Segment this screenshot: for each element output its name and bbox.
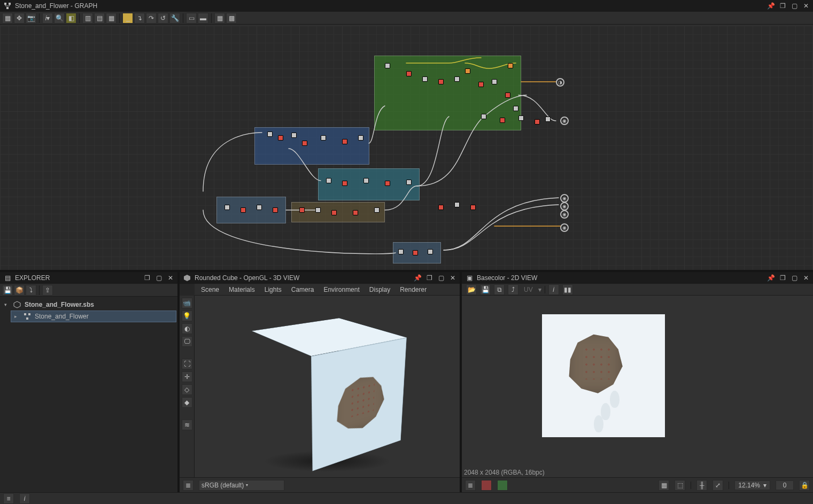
graph-output[interactable]: ◉ (560, 210, 569, 219)
dock-icon[interactable]: ❐ (143, 274, 151, 282)
graph-node[interactable] (267, 131, 273, 137)
grid-icon[interactable]: ▦ (659, 480, 669, 491)
tool-highlight-icon[interactable]: ◧ (66, 13, 76, 24)
graph-node[interactable] (545, 117, 551, 122)
menu-lights[interactable]: Lights (265, 286, 282, 293)
zoom-display[interactable]: 12.14%▾ (734, 480, 770, 490)
menu-renderer[interactable]: Renderer (400, 286, 427, 293)
graph-node[interactable] (331, 210, 337, 215)
channel-a-icon[interactable] (497, 480, 508, 491)
package-icon[interactable]: 📦 (14, 285, 25, 296)
axis-icon[interactable]: ✛ (182, 371, 192, 382)
copy-icon[interactable]: ⧉ (494, 284, 505, 295)
graph-node[interactable] (326, 178, 331, 183)
graph-node[interactable] (500, 118, 505, 123)
graph-node[interactable] (385, 181, 390, 186)
ruler-icon[interactable]: ╫ (696, 480, 707, 491)
graph-node[interactable] (454, 76, 460, 82)
graph-node[interactable] (413, 250, 418, 255)
graph-node[interactable] (385, 63, 390, 68)
tool-frame1-icon[interactable]: ▭ (186, 13, 197, 24)
pin-icon[interactable]: 📌 (767, 2, 775, 10)
histo-icon[interactable]: ▮▮ (562, 284, 573, 295)
graph-node[interactable] (428, 249, 433, 254)
light-icon[interactable]: 💡 (182, 311, 192, 321)
graph-node[interactable] (273, 207, 278, 213)
graph-node[interactable] (241, 207, 246, 213)
menu-camera[interactable]: Camera (291, 286, 314, 293)
tool-route2-icon[interactable]: ↷ (146, 13, 157, 24)
tool-link-col-icon[interactable]: ⎯ (122, 13, 133, 24)
screen-icon[interactable]: 🖵 (182, 336, 192, 347)
graph-output[interactable]: ◑ (556, 78, 564, 87)
graph-node[interactable] (481, 114, 486, 119)
lock-icon[interactable]: 🔒 (799, 480, 810, 491)
graph-node[interactable] (535, 119, 540, 125)
menu-scene[interactable]: Scene (201, 286, 219, 293)
pin-icon[interactable]: 📌 (414, 274, 421, 282)
graph-node[interactable] (513, 106, 518, 111)
graph-node[interactable] (454, 202, 460, 207)
view2d-viewport[interactable]: 2048 x 2048 (RGBA, 16bpc) (462, 296, 813, 477)
graph-node[interactable] (508, 63, 513, 68)
close-icon[interactable]: ✕ (802, 274, 810, 282)
dock-icon[interactable]: ❐ (425, 274, 433, 282)
graph-node[interactable] (398, 249, 404, 254)
graph-node[interactable] (315, 207, 321, 213)
graph-node[interactable] (478, 82, 484, 87)
export2d-icon[interactable]: ⤴ (508, 284, 518, 295)
close-icon[interactable]: ✕ (449, 274, 456, 282)
info-icon[interactable]: i (19, 493, 30, 504)
close-icon[interactable]: ✕ (167, 274, 174, 282)
graph-canvas[interactable]: ◑ ◉ ◉ ◉ ◉ ◉ (0, 26, 813, 270)
tool-frame2-icon[interactable]: ▬ (198, 13, 208, 24)
tool-select-icon[interactable]: ▦ (2, 13, 13, 24)
solid-icon[interactable]: ◆ (182, 397, 192, 408)
save-icon[interactable]: 💾 (2, 285, 13, 296)
menu-display[interactable]: Display (369, 286, 390, 293)
fit-icon[interactable]: ⛶ (182, 359, 192, 369)
popout-icon[interactable]: ▢ (437, 274, 445, 282)
graph-node[interactable] (224, 205, 230, 210)
tool-grid2-icon[interactable]: ▩ (226, 13, 237, 24)
menu-environment[interactable]: Environment (323, 286, 359, 293)
menu-materials[interactable]: Materials (229, 286, 255, 293)
layout-icon[interactable]: ≡ (3, 493, 14, 504)
graph-output[interactable]: ◉ (560, 223, 569, 232)
graph-node[interactable] (518, 115, 524, 121)
graph-node[interactable] (302, 141, 307, 146)
graph-node[interactable] (363, 178, 369, 183)
graph-frame[interactable] (318, 168, 420, 200)
close-icon[interactable]: ✕ (802, 2, 810, 10)
graph-node[interactable] (406, 180, 412, 185)
env-icon[interactable]: ◐ (182, 323, 192, 334)
tool-route1-icon[interactable]: ↴ (134, 13, 145, 24)
open-icon[interactable]: 📂 (466, 284, 477, 295)
tool-align-l-icon[interactable]: ▥ (82, 13, 93, 24)
chevron-down-icon[interactable]: ▾ (538, 286, 541, 293)
tool-wrench-icon[interactable]: 🔧 (169, 13, 180, 24)
popout-icon[interactable]: ▢ (791, 274, 798, 282)
graph-output[interactable]: ◉ (560, 117, 569, 125)
graph-frame[interactable] (374, 56, 521, 130)
camera-icon[interactable]: 📹 (182, 298, 192, 308)
popout-icon[interactable]: ▢ (155, 274, 162, 282)
graph-node[interactable] (257, 205, 262, 210)
pixel-icon[interactable]: ⬚ (675, 480, 685, 491)
maximize-icon[interactable]: ▢ (791, 2, 798, 10)
import-icon[interactable]: ⤵ (26, 285, 36, 296)
graph-output[interactable]: ◉ (560, 194, 569, 203)
graph-node[interactable] (470, 205, 476, 210)
graph-node[interactable] (438, 79, 444, 84)
tool-align-grid-icon[interactable]: ▦ (106, 13, 117, 24)
zoom-aux[interactable]: 0 (776, 480, 794, 490)
tool-route3-icon[interactable]: ↺ (158, 13, 168, 24)
tool-search-icon[interactable]: 🔍 (54, 13, 65, 24)
save-icon[interactable]: 💾 (480, 284, 491, 295)
graph-node[interactable] (465, 68, 470, 74)
graph-node[interactable] (321, 135, 326, 141)
graph-node[interactable] (374, 207, 380, 213)
layers3d-icon[interactable]: ≋ (182, 420, 192, 430)
graph-node[interactable] (358, 135, 363, 141)
restore-icon[interactable]: ❐ (779, 2, 786, 10)
